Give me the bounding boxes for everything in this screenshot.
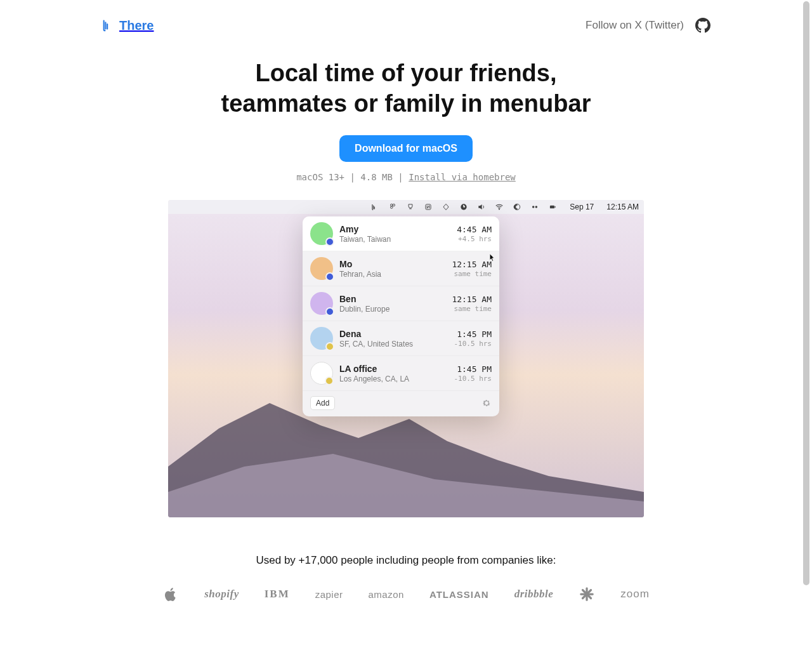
shopify-logo: shopify	[204, 588, 239, 600]
person-row[interactable]: LA officeLos Angeles, CA, LA1:45 PM-10.5…	[303, 356, 499, 391]
notion-icon	[424, 202, 433, 211]
person-offset: -10.5 hrs	[454, 375, 492, 383]
avatar	[310, 327, 333, 350]
github-icon	[695, 18, 710, 33]
person-location: Tehran, Asia	[339, 270, 445, 279]
company-logos: shopify IBM zapier amazon ATLASSIAN drib…	[95, 586, 717, 602]
location-icon	[459, 202, 468, 211]
svg-rect-2	[391, 206, 393, 209]
person-time: 1:45 PM	[454, 329, 492, 339]
homebrew-link[interactable]: Install via homebrew	[409, 172, 516, 182]
status-badge-icon	[325, 376, 334, 385]
apple-logo-icon	[162, 586, 179, 602]
svg-point-7	[532, 206, 535, 208]
page-scrollbar[interactable]	[802, 1, 811, 640]
status-badge-icon	[325, 307, 334, 316]
person-row[interactable]: BenDublin, Europe12:15 AMsame time	[303, 286, 499, 321]
cursor-icon	[489, 253, 495, 262]
person-time: 4:45 AM	[457, 225, 492, 234]
svg-rect-9	[550, 206, 554, 209]
moon-icon	[513, 202, 521, 211]
github-link[interactable]	[695, 18, 710, 33]
macos-menubar: Sep 17 12:15 AM	[168, 200, 644, 214]
person-name: Amy	[339, 224, 450, 234]
dribbble-logo: dribbble	[514, 588, 554, 600]
there-menubar-icon	[370, 202, 379, 211]
hero-title: Local time of your friends, teammates or…	[95, 58, 717, 119]
person-location: SF, CA, United States	[339, 340, 447, 348]
person-row[interactable]: MoTehran, Asia12:15 AMsame time	[303, 251, 499, 286]
person-time: 12:15 AM	[452, 260, 492, 269]
hero-title-line2: teammates or family in menubar	[221, 90, 591, 117]
app-screenshot: Sep 17 12:15 AM AmyTaiwan, Taiwan4:45 AM…	[168, 200, 644, 517]
brand-logo-icon	[102, 18, 115, 32]
add-button[interactable]: Add	[310, 396, 335, 410]
avatar	[310, 257, 333, 280]
person-offset: +4.5 hrs	[457, 235, 492, 243]
person-row[interactable]: AmyTaiwan, Taiwan4:45 AM+4.5 hrs	[303, 216, 499, 251]
hero-title-line1: Local time of your friends,	[255, 60, 556, 86]
brand-name: There	[119, 18, 154, 33]
person-offset: -10.5 hrs	[454, 340, 492, 348]
person-offset: same time	[452, 305, 492, 313]
person-location: Taiwan, Taiwan	[339, 235, 450, 244]
loom-logo-icon	[579, 586, 595, 602]
person-row[interactable]: DenaSF, CA, United States1:45 PM-10.5 hr…	[303, 321, 499, 356]
battery-icon	[548, 202, 557, 211]
status-badge-icon	[325, 237, 334, 246]
hero: Local time of your friends, teammates or…	[95, 58, 717, 182]
avatar	[310, 222, 333, 245]
menubar-date: Sep 17	[570, 202, 594, 211]
person-offset: same time	[452, 270, 492, 278]
wifi-icon	[495, 202, 504, 211]
person-name: LA office	[339, 364, 447, 374]
diamond-icon	[442, 202, 450, 211]
amazon-logo: amazon	[369, 589, 404, 600]
figma-icon	[388, 202, 397, 211]
scrollbar-thumb[interactable]	[803, 1, 809, 585]
person-time: 12:15 AM	[452, 295, 492, 304]
person-location: Los Angeles, CA, LA	[339, 375, 447, 383]
person-name: Dena	[339, 329, 447, 339]
social-proof-text: Used by +17,000 people including people …	[95, 554, 717, 567]
brand-link[interactable]: There	[102, 18, 154, 33]
header: There Follow on X (Twitter)	[95, 18, 717, 33]
svg-rect-10	[555, 206, 556, 208]
there-popover: AmyTaiwan, Taiwan4:45 AM+4.5 hrsMoTehran…	[303, 216, 499, 416]
volume-icon	[477, 202, 486, 211]
trophy-icon	[406, 202, 415, 211]
download-button[interactable]: Download for macOS	[339, 135, 473, 162]
avatar	[310, 362, 333, 385]
person-name: Mo	[339, 259, 445, 269]
meta-size: 4.8 MB	[360, 172, 393, 182]
avatar	[310, 292, 333, 315]
social-proof: Used by +17,000 people including people …	[95, 554, 717, 640]
download-meta: macOS 13+ | 4.8 MB | Install via homebre…	[95, 172, 717, 182]
ibm-logo: IBM	[265, 588, 290, 600]
gear-icon[interactable]	[481, 398, 492, 408]
meta-os: macOS 13+	[296, 172, 344, 182]
status-badge-icon	[325, 342, 334, 351]
person-time: 1:45 PM	[454, 364, 492, 374]
atlassian-logo: ATLASSIAN	[429, 589, 489, 600]
svg-rect-0	[391, 204, 393, 206]
menubar-time: 12:15 AM	[606, 202, 639, 211]
zapier-logo: zapier	[315, 589, 343, 600]
svg-rect-1	[393, 204, 395, 206]
zoom-logo: zoom	[620, 588, 650, 600]
follow-twitter-link[interactable]: Follow on X (Twitter)	[586, 19, 684, 32]
status-badge-icon	[325, 272, 334, 281]
svg-point-5	[499, 209, 500, 209]
person-location: Dublin, Europe	[339, 305, 445, 314]
svg-point-8	[535, 206, 538, 208]
person-name: Ben	[339, 294, 445, 304]
dots-icon	[530, 202, 539, 211]
